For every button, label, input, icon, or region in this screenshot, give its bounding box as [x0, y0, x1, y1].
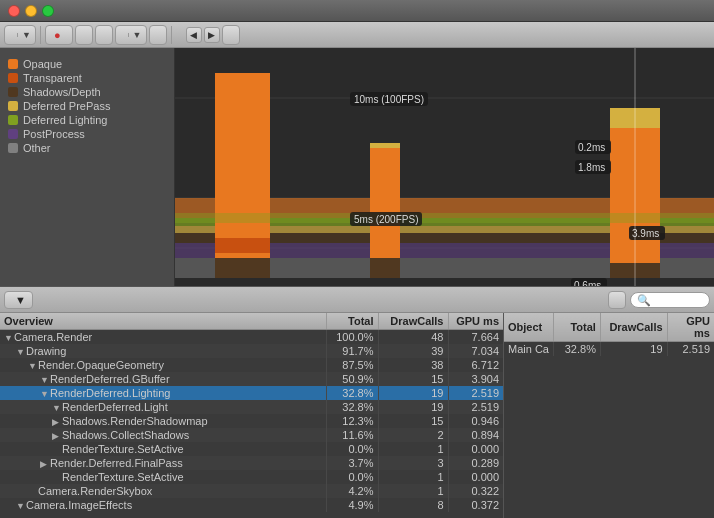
table-row[interactable]: ▼Camera.Render 100.0% 48 7.664	[0, 330, 503, 345]
profiler-chart-container[interactable]: 10ms (100FPS) 5ms (200FPS) 0.2ms 1.8ms 3…	[175, 48, 714, 286]
cell-total: 3.7%	[326, 456, 378, 470]
table-container: Overview Total DrawCalls GPU ms ▼Camera.…	[0, 313, 714, 518]
svg-text:3.9ms: 3.9ms	[632, 228, 659, 239]
deferred-prepass-label: Deferred PrePass	[23, 100, 110, 112]
title-bar	[0, 0, 714, 22]
profile-editor-button[interactable]	[95, 25, 113, 45]
profiler-chart: 10ms (100FPS) 5ms (200FPS) 0.2ms 1.8ms 3…	[175, 48, 714, 286]
table-row[interactable]: ▶Render.Deferred.FinalPass 3.7% 3 0.289	[0, 456, 503, 470]
cell-gpu: 6.712	[448, 358, 503, 372]
cell-name: RenderTexture.SetActive	[0, 442, 326, 456]
close-button[interactable]	[8, 5, 20, 17]
cell-name: ▼RenderDeferred.Light	[0, 400, 326, 414]
prev-frame-button[interactable]: ◀	[186, 27, 202, 43]
cell-draw: 19	[378, 386, 448, 400]
object-table: Object Total DrawCalls GPU ms Main Ca 32…	[504, 313, 714, 356]
shadows-label: Shadows/Depth	[23, 86, 101, 98]
cell-name: Camera.RenderSkybox	[0, 484, 326, 498]
postprocess-color	[8, 129, 18, 139]
cell-gpu: 3.904	[448, 372, 503, 386]
add-profiler-arrow[interactable]: ▼	[18, 28, 35, 42]
cell-gpu: 0.946	[448, 414, 503, 428]
minimize-button[interactable]	[25, 5, 37, 17]
next-frame-button[interactable]: ▶	[204, 27, 220, 43]
transparent-label: Transparent	[23, 72, 82, 84]
cell-draw: 2	[378, 428, 448, 442]
cell-draw: 1	[378, 484, 448, 498]
legend-postprocess: PostProcess	[8, 128, 166, 140]
deferred-prepass-color	[8, 101, 18, 111]
hierarchy-dropdown[interactable]: ▼	[4, 291, 33, 309]
cell-gpu: 0.322	[448, 484, 503, 498]
col-header-gpu-r: GPU ms	[667, 313, 714, 342]
frame-debugger-button[interactable]	[608, 291, 626, 309]
cell-name: ▼Render.OpaqueGeometry	[0, 358, 326, 372]
svg-text:0.2ms: 0.2ms	[578, 142, 605, 153]
maximize-button[interactable]	[42, 5, 54, 17]
col-header-gpu: GPU ms	[448, 313, 503, 330]
cell-gpu: 7.034	[448, 344, 503, 358]
cell-draw: 48	[378, 330, 448, 345]
cell-gpu: 0.289	[448, 456, 503, 470]
table-row[interactable]: ▼RenderDeferred.Light 32.8% 19 2.519	[0, 400, 503, 414]
cell-total: 91.7%	[326, 344, 378, 358]
cell-draw: 39	[378, 344, 448, 358]
legend-other: Other	[8, 142, 166, 154]
disclosure-icon: ▼	[52, 403, 62, 413]
table-row[interactable]: RenderTexture.SetActive 0.0% 1 0.000	[0, 442, 503, 456]
current-button[interactable]	[222, 25, 240, 45]
record-button[interactable]: ●	[45, 25, 73, 45]
cell-object: Main Ca	[504, 342, 553, 357]
cell-name: ▶Shadows.CollectShadows	[0, 428, 326, 442]
disclosure-icon: ▼	[16, 501, 26, 511]
active-profiler-arrow[interactable]: ▼	[129, 28, 146, 42]
search-input[interactable]	[630, 292, 710, 308]
clear-button[interactable]	[149, 25, 167, 45]
cell-gpu: 2.519	[448, 386, 503, 400]
table-row[interactable]: Camera.RenderSkybox 4.2% 1 0.322	[0, 484, 503, 498]
deferred-lighting-label: Deferred Lighting	[23, 114, 107, 126]
deep-profile-button[interactable]	[75, 25, 93, 45]
cell-total: 32.8%	[553, 342, 600, 357]
cell-draw: 38	[378, 358, 448, 372]
cell-gpu: 2.519	[667, 342, 714, 357]
cell-name: ▼Camera.Render	[0, 330, 326, 345]
cell-total: 32.8%	[326, 386, 378, 400]
right-table[interactable]: Object Total DrawCalls GPU ms Main Ca 32…	[504, 313, 714, 518]
active-profiler-dropdown[interactable]: ▼	[115, 25, 147, 45]
cell-total: 100.0%	[326, 330, 378, 345]
chart-section: Opaque Transparent Shadows/Depth Deferre…	[0, 48, 714, 286]
add-profiler-label	[5, 33, 18, 37]
cell-gpu: 0.000	[448, 470, 503, 484]
svg-rect-15	[370, 258, 400, 278]
table-row[interactable]: ▼RenderDeferred.GBuffer 50.9% 15 3.904	[0, 372, 503, 386]
disclosure-icon: ▼	[28, 361, 38, 371]
col-header-overview: Overview	[0, 313, 326, 330]
cell-draw: 19	[600, 342, 667, 357]
cell-total: 4.9%	[326, 498, 378, 512]
col-header-total: Total	[326, 313, 378, 330]
table-row[interactable]: ▼Camera.ImageEffects 4.9% 8 0.372	[0, 498, 503, 512]
table-row[interactable]: ▶Shadows.CollectShadows 11.6% 2 0.894	[0, 428, 503, 442]
svg-text:10ms (100FPS): 10ms (100FPS)	[354, 94, 424, 105]
table-row[interactable]: ▼RenderDeferred.Lighting 32.8% 19 2.519	[0, 386, 503, 400]
disclosure-icon: ▼	[40, 389, 50, 399]
table-row[interactable]: ▼Render.OpaqueGeometry 87.5% 38 6.712	[0, 358, 503, 372]
legend-opaque: Opaque	[8, 58, 166, 70]
disclosure-icon: ▼	[40, 375, 50, 385]
disclosure-icon: ▶	[40, 459, 50, 469]
table-row[interactable]: ▼Drawing 91.7% 39 7.034	[0, 344, 503, 358]
table-row[interactable]: Main Ca 32.8% 19 2.519	[504, 342, 714, 357]
cell-total: 11.6%	[326, 428, 378, 442]
legend-deferred-lighting: Deferred Lighting	[8, 114, 166, 126]
active-profiler-label	[116, 33, 129, 37]
table-row[interactable]: ▶Shadows.RenderShadowmap 12.3% 15 0.946	[0, 414, 503, 428]
bottom-section: ▼ Overview Total DrawCalls GPU ms	[0, 286, 714, 518]
add-profiler-dropdown[interactable]: ▼	[4, 25, 36, 45]
shadows-color	[8, 87, 18, 97]
svg-rect-10	[215, 73, 270, 263]
left-table[interactable]: Overview Total DrawCalls GPU ms ▼Camera.…	[0, 313, 504, 518]
table-row[interactable]: RenderTexture.SetActive 0.0% 1 0.000	[0, 470, 503, 484]
transparent-color	[8, 73, 18, 83]
other-label: Other	[23, 142, 51, 154]
